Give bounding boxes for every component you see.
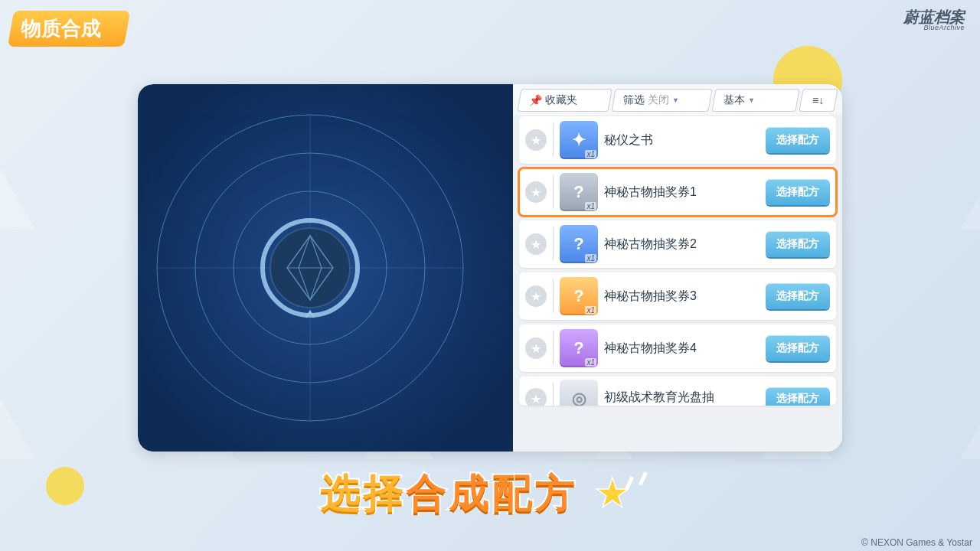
- recipe-row[interactable]: ★✦x1秘仪之书选择配方: [519, 116, 836, 164]
- disc-icon: ◎x1: [560, 380, 598, 406]
- filter-status: 关闭: [648, 93, 669, 107]
- divider: [553, 227, 554, 261]
- box-icon: ?x1: [560, 225, 598, 263]
- chevron-down-icon: ▼: [672, 96, 679, 104]
- recipe-name: 神秘古物抽奖券3: [604, 289, 760, 305]
- recipe-name: 初级战术教育光盘抽: [604, 390, 760, 406]
- choose-recipe-button[interactable]: 选择配方: [766, 387, 830, 406]
- filter-button[interactable]: 筛选 关闭 ▼: [611, 89, 712, 112]
- instruction-caption: 选择合成配方 ★⸍⸍: [0, 467, 980, 520]
- choose-recipe-button[interactable]: 选择配方: [766, 283, 830, 309]
- recipe-name: 神秘古物抽奖券1: [604, 184, 760, 201]
- item-qty: x1: [585, 150, 596, 158]
- filter-label: 筛选: [623, 93, 645, 107]
- favorites-label: 收藏夹: [545, 93, 577, 107]
- choose-recipe-button[interactable]: 选择配方: [766, 231, 830, 257]
- sort-order-button[interactable]: ≡↓: [799, 89, 838, 112]
- favorite-star-icon[interactable]: ★: [525, 181, 547, 203]
- choose-recipe-button[interactable]: 选择配方: [766, 127, 830, 153]
- recipe-name: 神秘古物抽奖券2: [604, 236, 760, 253]
- pin-icon: 📌: [529, 94, 542, 106]
- copyright: © NEXON Games & Yostar: [861, 537, 972, 548]
- item-qty: x1: [585, 202, 596, 210]
- favorite-star-icon[interactable]: ★: [525, 388, 547, 406]
- list-sort-icon: ≡↓: [812, 94, 824, 106]
- synthesis-window: 📌 收藏夹 筛选 关闭 ▼ 基本 ▼ ≡↓ ★✦x1秘仪之书选择配方★?x1神秘…: [138, 84, 842, 452]
- favorite-star-icon[interactable]: ★: [525, 233, 547, 255]
- box-icon: ?x1: [560, 329, 598, 367]
- synthesis-target-panel: [138, 84, 513, 452]
- recipe-name: 秘仪之书: [604, 132, 760, 148]
- item-qty: x1: [585, 358, 596, 367]
- recipe-row[interactable]: ★?x1神秘古物抽奖券3选择配方: [519, 272, 836, 320]
- chevron-down-icon: ▼: [748, 96, 755, 104]
- recipe-name: 神秘古物抽奖券4: [604, 341, 760, 357]
- choose-recipe-button[interactable]: 选择配方: [766, 335, 830, 361]
- brand-sub: BlueArchive: [903, 24, 965, 31]
- book-icon: ✦x1: [560, 121, 598, 159]
- recipe-row[interactable]: ★?x1神秘古物抽奖券2选择配方: [519, 220, 836, 268]
- page-title: 物质合成: [21, 15, 101, 42]
- item-qty: x1: [585, 254, 596, 262]
- caption-part2: 合成配方: [407, 471, 578, 515]
- divider: [553, 175, 554, 209]
- divider: [553, 123, 554, 157]
- favorite-star-icon[interactable]: ★: [525, 337, 547, 359]
- brand-name: 蔚蓝档案: [903, 8, 965, 25]
- page-title-ribbon: 物质合成: [8, 11, 130, 47]
- favorite-star-icon[interactable]: ★: [525, 285, 547, 307]
- sort-label: 基本: [724, 93, 745, 107]
- target-reticle: [138, 84, 513, 452]
- favorites-button[interactable]: 📌 收藏夹: [517, 89, 612, 112]
- divider: [553, 331, 554, 365]
- divider: [553, 279, 554, 313]
- favorite-star-icon[interactable]: ★: [525, 129, 547, 151]
- box-icon: ?x1: [560, 173, 598, 211]
- sort-button[interactable]: 基本 ▼: [711, 89, 800, 112]
- recipe-toolbar: 📌 收藏夹 筛选 关闭 ▼ 基本 ▼ ≡↓: [513, 84, 842, 115]
- recipe-row[interactable]: ★?x1神秘古物抽奖券4选择配方: [519, 324, 836, 372]
- brand-logo: 蔚蓝档案 BlueArchive: [903, 9, 965, 31]
- recipe-panel: 📌 收藏夹 筛选 关闭 ▼ 基本 ▼ ≡↓ ★✦x1秘仪之书选择配方★?x1神秘…: [513, 84, 842, 452]
- recipe-row[interactable]: ★?x1神秘古物抽奖券1选择配方: [519, 168, 836, 216]
- recipe-row[interactable]: ★◎x1初级战术教育光盘抽选择配方: [519, 377, 836, 406]
- divider: [553, 382, 554, 406]
- recipe-list[interactable]: ★✦x1秘仪之书选择配方★?x1神秘古物抽奖券1选择配方★?x1神秘古物抽奖券2…: [513, 115, 842, 452]
- box-icon: ?x1: [560, 277, 598, 315]
- choose-recipe-button[interactable]: 选择配方: [766, 179, 830, 205]
- caption-part1: 选择: [321, 471, 407, 515]
- item-qty: x1: [585, 306, 596, 315]
